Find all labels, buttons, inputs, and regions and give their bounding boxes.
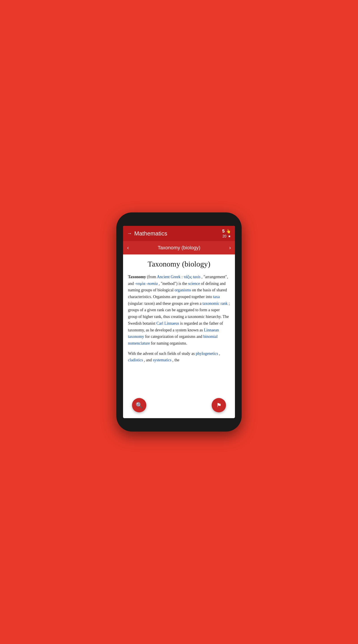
phone-device: → Mathematics 5 👆 20 ★ ‹ Taxonomy (biolo… xyxy=(116,212,242,432)
link-organisms[interactable]: organisms xyxy=(175,288,191,292)
count-number: 5 xyxy=(222,228,225,234)
link-ancient-greek[interactable]: Ancient Greek xyxy=(157,274,180,279)
article-content[interactable]: Taxonomy (biology) Taxonomy (from Ancien… xyxy=(123,254,235,418)
sub-row: 20 ★ xyxy=(222,234,231,238)
nav-next-button[interactable]: › xyxy=(229,245,231,251)
top-bar-right: 5 👆 20 ★ xyxy=(222,228,231,238)
flag-icon: ⚑ xyxy=(216,402,221,409)
link-taxonomic-rank[interactable]: taxonomic rank xyxy=(202,301,228,306)
categorization-text: for categorization of organisms and xyxy=(145,334,203,339)
top-bar-title: Mathematics xyxy=(134,230,167,237)
nav-prev-button[interactable]: ‹ xyxy=(127,245,129,251)
naming-text: for naming organisms. xyxy=(151,341,187,346)
search-icon: 🔍 xyxy=(136,402,143,409)
article-body: Taxonomy (from Ancient Greek : τάξις tax… xyxy=(128,274,230,364)
link-cladistics[interactable]: cladistics xyxy=(128,358,143,362)
link-phylogenetics[interactable]: phylogenetics xyxy=(196,351,218,356)
colon-span: : xyxy=(181,274,184,279)
top-bar: → Mathematics 5 👆 20 ★ xyxy=(123,226,235,241)
comma3-span: , and xyxy=(144,358,153,362)
link-science[interactable]: science xyxy=(188,281,200,286)
back-arrow-icon[interactable]: → xyxy=(127,230,132,236)
touch-icon: 👆 xyxy=(226,229,231,234)
link-systematics[interactable]: systematics xyxy=(153,358,171,362)
link-nomia-latin[interactable]: -nomia xyxy=(146,281,158,286)
nav-bar: ‹ Taxonomy (biology) › xyxy=(123,241,235,254)
phone-screen: → Mathematics 5 👆 20 ★ ‹ Taxonomy (biolo… xyxy=(123,226,235,418)
advent-text: With the advent of such fields of study … xyxy=(128,351,196,356)
link-taxis-latin[interactable]: taxis xyxy=(193,274,200,279)
link-taxis-greek[interactable]: τάξις xyxy=(184,274,192,279)
star-icon[interactable]: ★ xyxy=(228,234,231,238)
search-fab-button[interactable]: 🔍 xyxy=(132,398,146,412)
flag-fab-button[interactable]: ⚑ xyxy=(212,398,226,412)
singular-text: (singular: taxon) and these groups are g… xyxy=(128,301,202,306)
top-bar-left: → Mathematics xyxy=(127,230,167,237)
link-nomia-greek[interactable]: -νομία xyxy=(135,281,145,286)
comma2-span: , xyxy=(219,351,220,356)
text-from: (from xyxy=(147,274,157,279)
link-taxa[interactable]: taxa xyxy=(213,294,220,299)
bold-taxonomy: Taxonomy xyxy=(128,274,146,279)
method-text: , "method") is the xyxy=(159,281,188,286)
article-title: Taxonomy (biology) xyxy=(128,260,230,268)
sub-count-number: 20 xyxy=(222,234,226,238)
nav-article-title: Taxonomy (biology) xyxy=(158,245,200,251)
the-text: , the xyxy=(172,358,179,362)
link-carl-linnaeus[interactable]: Carl Linnaeus xyxy=(156,321,179,326)
count-row: 5 👆 xyxy=(222,228,231,234)
